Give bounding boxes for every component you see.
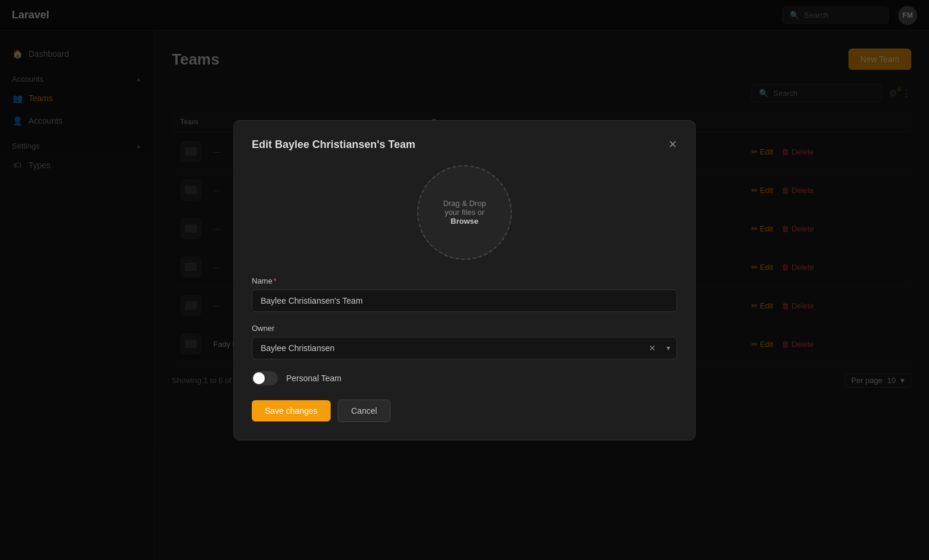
name-form-group: Name*	[252, 276, 677, 312]
owner-form-group: Owner ✕ ▾	[252, 324, 677, 359]
file-dropzone[interactable]: Drag & Drop your files or Browse	[417, 165, 512, 260]
personal-team-toggle-row: Personal Team	[252, 371, 677, 385]
toggle-knob	[253, 372, 265, 384]
dropzone-line1: Drag & Drop	[443, 199, 486, 208]
owner-label: Owner	[252, 324, 677, 333]
select-clear-icon[interactable]: ✕	[649, 343, 656, 353]
save-changes-button[interactable]: Save changes	[252, 400, 331, 421]
name-input[interactable]	[252, 289, 677, 312]
dropzone-line2: your files or	[444, 208, 484, 217]
owner-input[interactable]	[252, 337, 677, 359]
cancel-button[interactable]: Cancel	[338, 400, 391, 422]
edit-team-modal: Edit Baylee Christiansen's Team ✕ Drag &…	[233, 120, 696, 440]
modal-close-button[interactable]: ✕	[668, 139, 677, 150]
name-label: Name*	[252, 276, 677, 285]
modal-overlay: Edit Baylee Christiansen's Team ✕ Drag &…	[0, 0, 929, 560]
chevron-down-icon-owner: ▾	[667, 344, 670, 352]
modal-header: Edit Baylee Christiansen's Team ✕	[252, 139, 677, 151]
modal-title: Edit Baylee Christiansen's Team	[252, 139, 415, 151]
personal-team-toggle[interactable]	[252, 371, 278, 385]
owner-select-wrapper: ✕ ▾	[252, 337, 677, 359]
dropzone-browse[interactable]: Browse	[451, 217, 479, 226]
modal-footer: Save changes Cancel	[252, 400, 677, 422]
personal-team-label: Personal Team	[286, 374, 341, 383]
